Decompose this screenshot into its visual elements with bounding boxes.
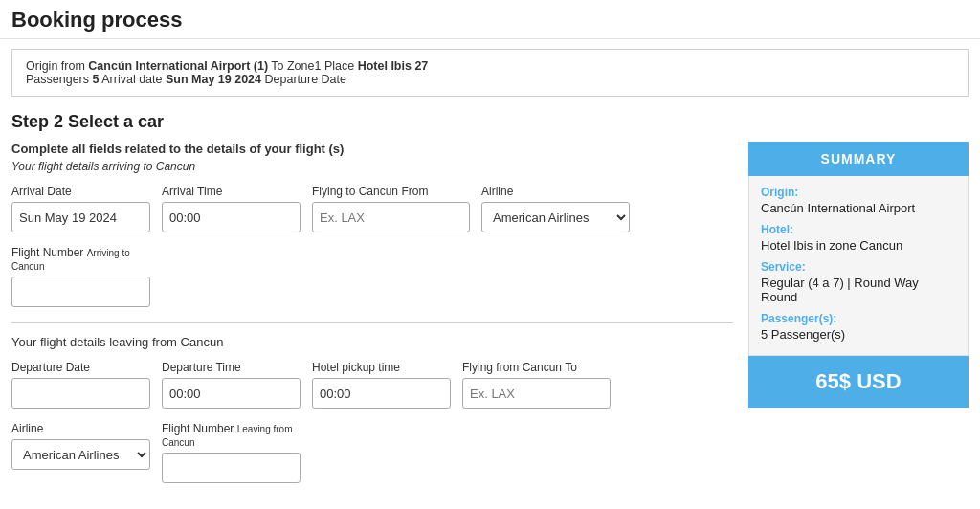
flying-from-input[interactable] <box>312 202 470 232</box>
arrival-date-field: Arrival Date <box>11 185 150 232</box>
departing-row-2: Airline American Airlines Delta United S… <box>11 422 733 483</box>
airline-departing-label: Airline <box>11 422 150 435</box>
flying-from-label: Flying to Cancun From <box>312 185 470 198</box>
departure-time-label: Departure Time <box>162 361 301 374</box>
origin-label: Origin from <box>26 59 85 73</box>
flying-to-field: Flying from Cancun To <box>462 361 611 409</box>
airline-arriving-field: Airline American Airlines Delta United S… <box>481 185 630 232</box>
arrival-time-label: Arrival Time <box>162 185 301 198</box>
arriving-row-1: Arrival Date Arrival Time Flying to Canc… <box>11 185 733 232</box>
summary-price: 65$ USD <box>748 356 969 408</box>
summary-passengers-label: Passenger(s): <box>761 312 956 325</box>
flight-number-arriving-field: Flight Number Arriving to Cancun <box>11 246 150 307</box>
summary-body: Origin: Cancún International Airport Hot… <box>748 176 969 356</box>
flight-number-arriving-input[interactable] <box>11 277 150 307</box>
main-layout: Complete all fields related to the detai… <box>0 142 980 497</box>
arrival-date-value: Sun May 19 2024 <box>166 73 261 86</box>
flight-number-departing-field: Flight Number Leaving from Cancun <box>162 422 301 483</box>
section-divider <box>11 322 733 323</box>
flying-to-label: Flying from Cancun To <box>462 361 611 374</box>
departure-time-field: Departure Time <box>162 361 301 409</box>
passengers-value: 5 <box>93 73 100 86</box>
airline-departing-field: Airline American Airlines Delta United S… <box>11 422 150 483</box>
airline-arriving-select[interactable]: American Airlines Delta United Southwest… <box>481 202 630 232</box>
hotel-pickup-input[interactable] <box>312 378 451 409</box>
arriving-subtitle: Your flight details arriving to Cancun <box>11 160 733 173</box>
page-title: Booking process <box>11 8 969 33</box>
flight-number-departing-input[interactable] <box>162 453 301 483</box>
airline-arriving-label: Airline <box>481 185 630 198</box>
summary-service-value: Regular (4 a 7) | Round Way Round <box>761 276 956 304</box>
arrival-label: Arrival date <box>101 73 162 86</box>
departure-date-label: Departure Date <box>11 361 150 374</box>
flying-from-field: Flying to Cancun From <box>312 185 470 232</box>
departing-header: Your flight details leaving from Cancun <box>11 335 733 349</box>
arrival-time-input[interactable] <box>162 202 301 232</box>
summary-origin-label: Origin: <box>761 186 956 199</box>
arrival-date-input[interactable] <box>11 202 150 232</box>
airline-departing-select[interactable]: American Airlines Delta United Southwest… <box>11 439 150 470</box>
arrival-date-label: Arrival Date <box>11 185 150 198</box>
summary-hotel-value: Hotel Ibis in zone Cancun <box>761 238 956 253</box>
origin-value: Cancún International Airport (1) <box>88 59 268 73</box>
flight-number-arriving-label: Flight Number Arriving to Cancun <box>11 246 150 273</box>
to-label: To Zone1 Place <box>271 59 354 73</box>
page-header: Booking process <box>0 0 980 39</box>
departure-date-input[interactable] <box>11 378 150 409</box>
departure-time-input[interactable] <box>162 378 301 409</box>
departure-label: Departure Date <box>265 73 346 86</box>
hotel-value: Hotel Ibis 27 <box>358 59 429 73</box>
arriving-row-2: Flight Number Arriving to Cancun <box>11 246 733 307</box>
flying-to-input[interactable] <box>462 378 611 409</box>
step-title: Step 2 Select a car <box>0 106 980 142</box>
booking-info-bar: Origin from Cancún International Airport… <box>11 49 969 97</box>
arrival-time-field: Arrival Time <box>162 185 301 232</box>
flight-number-departing-label: Flight Number Leaving from Cancun <box>162 422 301 449</box>
departing-row-1: Departure Date Departure Time Hotel pick… <box>11 361 733 409</box>
summary-header: SUMMARY <box>748 142 969 176</box>
summary-origin-value: Cancún International Airport <box>761 201 956 215</box>
arriving-header: Complete all fields related to the detai… <box>11 142 733 156</box>
summary-passengers-value: 5 Passenger(s) <box>761 327 956 342</box>
summary-service-label: Service: <box>761 260 956 274</box>
hotel-pickup-field: Hotel pickup time <box>312 361 451 409</box>
summary-hotel-label: Hotel: <box>761 223 956 236</box>
passengers-label: Passengers <box>26 73 89 86</box>
departure-date-field: Departure Date <box>11 361 150 409</box>
hotel-pickup-label: Hotel pickup time <box>312 361 451 374</box>
summary-panel: SUMMARY Origin: Cancún International Air… <box>748 142 969 497</box>
form-section: Complete all fields related to the detai… <box>11 142 748 497</box>
